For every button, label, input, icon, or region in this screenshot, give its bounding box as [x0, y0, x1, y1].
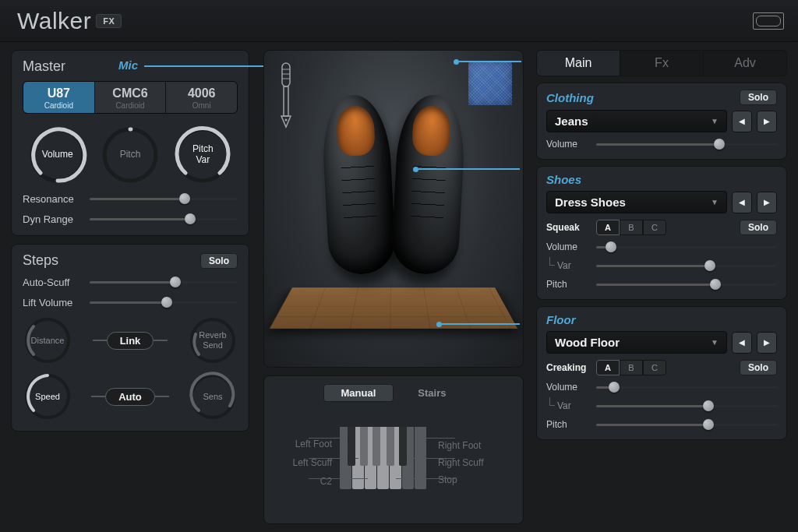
keyboard-map — [340, 427, 424, 499]
svg-rect-11 — [284, 86, 288, 116]
clothing-dropdown[interactable]: Jeans ▼ — [546, 110, 727, 132]
shoes-prev-button[interactable]: ◀ — [732, 192, 752, 213]
clothing-swatch[interactable] — [468, 62, 512, 105]
right-tabs: Main Fx Adv — [536, 50, 787, 76]
auto-button[interactable]: Auto — [105, 388, 155, 406]
floor-callout — [436, 316, 523, 329]
creaking-a-button[interactable]: A — [596, 360, 620, 375]
tab-adv[interactable]: Adv — [703, 51, 786, 76]
app-logo: Walker FX — [17, 8, 122, 34]
brand-icon — [753, 12, 784, 30]
tab-fx[interactable]: Fx — [620, 51, 703, 76]
dynrange-slider[interactable]: Dyn Range — [23, 212, 238, 226]
creaking-c-button[interactable]: C — [643, 360, 666, 375]
clothing-title: Clothing — [546, 91, 594, 104]
clothing-prev-button[interactable]: ◀ — [732, 111, 752, 132]
clothing-volume-slider[interactable]: Volume — [546, 137, 777, 151]
liftvolume-slider[interactable]: Lift Volume — [23, 295, 238, 309]
mic-u87-button[interactable]: U87 Cardioid — [23, 82, 94, 113]
shoes-title: Shoes — [546, 173, 581, 186]
clothing-solo-button[interactable]: Solo — [740, 90, 777, 105]
leftscuff-label: Left Scuff — [293, 457, 332, 468]
rightfoot-label: Right Foot — [438, 440, 483, 451]
squeak-b-button[interactable]: B — [620, 220, 643, 235]
chevron-down-icon: ▼ — [711, 338, 719, 347]
steps-title: Steps — [23, 252, 58, 269]
svg-marker-12 — [281, 116, 291, 127]
shoes-preview — [316, 95, 471, 298]
reverbsend-knob[interactable]: Reverb Send — [188, 315, 238, 365]
distance-knob[interactable]: Distance — [23, 315, 72, 365]
floor-prev-button[interactable]: ◀ — [732, 332, 752, 354]
floor-volume-slider[interactable]: Volume — [546, 380, 777, 394]
squeak-c-button[interactable]: C — [643, 220, 666, 235]
mic-icon — [275, 62, 297, 132]
sens-knob[interactable]: Sens — [188, 372, 238, 421]
shoes-section: Shoes Dress Shoes ▼ ◀ ▶ Squeak A B C — [536, 166, 787, 300]
link-button[interactable]: Link — [107, 332, 154, 350]
leftfoot-label: Left Foot — [293, 439, 332, 449]
steps-solo-button[interactable]: Solo — [200, 253, 238, 269]
creaking-b-button[interactable]: B — [620, 360, 643, 375]
svg-rect-7 — [282, 63, 290, 86]
floor-title: Floor — [546, 313, 576, 326]
svg-point-13 — [285, 119, 288, 122]
chevron-down-icon: ▼ — [711, 117, 719, 125]
shoes-volume-slider[interactable]: Volume — [546, 240, 777, 254]
floor-dropdown[interactable]: Wood Floor ▼ — [546, 331, 727, 354]
floor-next-button[interactable]: ▶ — [757, 332, 777, 354]
shoes-callout — [413, 161, 523, 174]
clothing-section: Clothing Solo Jeans ▼ ◀ ▶ Volume — [536, 83, 787, 160]
shoes-dropdown[interactable]: Dress Shoes ▼ — [546, 191, 727, 213]
fx-badge: FX — [96, 14, 122, 28]
resonance-slider[interactable]: Resonance — [23, 192, 238, 206]
manual-panel: Manual Stairs Left Foot Left Scuff C2 — [263, 375, 524, 524]
clothing-next-button[interactable]: ▶ — [757, 111, 777, 132]
speed-knob[interactable]: Speed — [23, 372, 72, 421]
stairs-tab[interactable]: Stairs — [400, 384, 464, 402]
shoes-pitch-slider[interactable]: Pitch — [546, 277, 777, 291]
clothing-callout — [454, 54, 524, 67]
master-pitchvar-knob[interactable]: Pitch Var — [172, 125, 233, 185]
floor-var-slider[interactable]: Var — [546, 399, 777, 413]
floor-solo-button[interactable]: Solo — [740, 360, 777, 375]
master-volume-knob[interactable]: Volume — [27, 125, 88, 185]
shoes-solo-button[interactable]: Solo — [740, 220, 777, 235]
master-pitch-knob[interactable]: Pitch — [100, 125, 161, 185]
shoes-next-button[interactable]: ▶ — [757, 192, 777, 213]
chevron-down-icon: ▼ — [711, 198, 719, 206]
rightscuff-label: Right Scuff — [438, 457, 483, 468]
manual-tab[interactable]: Manual — [323, 384, 394, 402]
master-panel: Master U87 Cardioid CMC6 Cardioid 4006 O… — [11, 50, 249, 236]
mic-selector: U87 Cardioid CMC6 Cardioid 4006 Omni — [23, 81, 238, 114]
autoscuff-slider[interactable]: Auto-Scuff — [23, 275, 238, 289]
mic-callout: Mic — [118, 58, 270, 72]
squeak-a-button[interactable]: A — [596, 220, 620, 235]
floor-pitch-slider[interactable]: Pitch — [546, 417, 777, 432]
steps-panel: Steps Solo Auto-Scuff Lift Volume Distan… — [11, 244, 249, 432]
floor-section: Floor Wood Floor ▼ ◀ ▶ Creaking A B C — [536, 306, 787, 440]
tab-main[interactable]: Main — [537, 51, 620, 76]
mic-4006-button[interactable]: 4006 Omni — [165, 82, 237, 113]
shoes-var-slider[interactable]: Var — [546, 259, 777, 273]
mic-cmc6-button[interactable]: CMC6 Cardioid — [94, 82, 166, 113]
stop-label: Stop — [438, 474, 483, 485]
header: Walker FX — [0, 0, 798, 42]
